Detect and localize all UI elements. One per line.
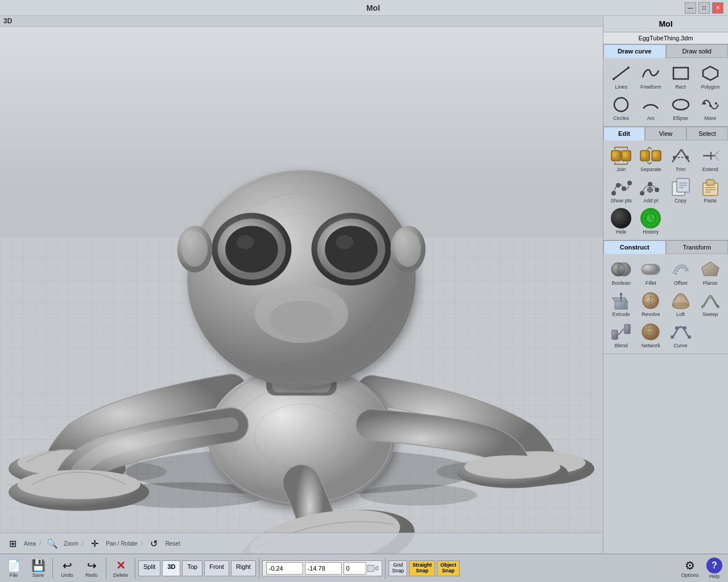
viewport-3d[interactable]: ⊞ Area / 🔍 Zoom / ✛ Pan / Rotate / ↺ Res… (0, 27, 603, 554)
fillet-icon (639, 259, 662, 280)
svg-rect-80 (706, 180, 714, 185)
view-right-button[interactable]: Right (231, 560, 256, 576)
svg-line-55 (672, 149, 681, 162)
tool-trim[interactable]: Trim (667, 144, 695, 174)
tab-transform[interactable]: Transform (666, 240, 729, 254)
pan-icon[interactable]: ✛ (86, 535, 102, 551)
blend-label: Blend (615, 343, 628, 348)
tool-history[interactable]: History (636, 206, 665, 236)
undo-button[interactable]: ↩ Undo (56, 558, 78, 579)
svg-point-37 (269, 301, 333, 338)
tool-join[interactable]: Join (607, 144, 635, 174)
tool-network[interactable]: Network (636, 320, 665, 350)
tool-show-pts[interactable]: Show pts (607, 175, 635, 205)
tool-circles[interactable]: Circles (607, 93, 635, 123)
tool-add-pt[interactable]: Add pt (636, 175, 665, 205)
tab-view[interactable]: View (645, 127, 686, 140)
revolve-label: Revolve (642, 311, 660, 317)
copy-icon (669, 177, 692, 197)
tool-blend[interactable]: Blend (607, 320, 635, 350)
tool-paste[interactable]: Paste (696, 175, 725, 205)
reset-icon[interactable]: ↺ (146, 535, 162, 551)
svg-point-30 (325, 226, 378, 272)
close-button[interactable]: ✕ (712, 2, 723, 14)
coord-d-button[interactable] (367, 565, 374, 572)
tool-rect[interactable]: Rect (667, 61, 695, 92)
help-button[interactable]: ? Help (703, 556, 726, 580)
draw-curve-tools: Lines Freeform (603, 58, 728, 126)
construct-tools: Boolean (603, 254, 728, 354)
view-front-button[interactable]: Front (204, 560, 229, 576)
zoom-icon[interactable]: 🔍 (44, 535, 60, 551)
grid-snap-button[interactable]: GridSnap (388, 560, 407, 576)
view-top-button[interactable]: Top (182, 560, 202, 576)
tool-separate[interactable]: Separate (636, 144, 665, 174)
redo-icon: ↪ (83, 559, 100, 572)
extrude-label: Extrude (613, 311, 630, 317)
tool-loft[interactable]: Loft (667, 289, 695, 319)
svg-rect-54 (652, 151, 661, 161)
tool-curve[interactable]: Curve (667, 320, 695, 350)
object-snap-button[interactable]: ObjectSnap (437, 560, 460, 576)
split-button[interactable]: Split (138, 560, 160, 576)
show-pts-label: Show pts (611, 198, 632, 203)
tool-ellipse[interactable]: Ellipse (667, 93, 695, 123)
svg-point-58 (673, 156, 676, 159)
straight-snap-button[interactable]: StraightSnap (409, 560, 435, 576)
tab-select[interactable]: Select (686, 127, 728, 140)
filename: EggTubeThing.3dm (603, 32, 728, 44)
tool-boolean[interactable]: Boolean (607, 257, 635, 288)
tool-extend[interactable]: Extend (696, 144, 725, 174)
tool-sweep[interactable]: Sweep (696, 289, 725, 319)
svg-rect-43 (673, 68, 688, 79)
divider-1 (52, 558, 53, 579)
coord-y-input[interactable] (305, 562, 342, 575)
more-icon (699, 94, 722, 115)
svg-point-67 (627, 181, 632, 185)
svg-marker-95 (619, 292, 623, 295)
view-3d-button[interactable]: 3D (162, 560, 180, 576)
divider-5 (385, 558, 386, 579)
tool-extrude[interactable]: Extrude (607, 289, 635, 319)
svg-point-70 (655, 188, 659, 192)
svg-line-61 (714, 151, 719, 156)
coord-x-input[interactable] (266, 562, 303, 575)
svg-rect-51 (622, 151, 631, 161)
blend-icon (610, 322, 632, 342)
save-button[interactable]: 💾 Save (27, 558, 49, 579)
extend-label: Extend (702, 167, 718, 172)
tab-draw-curve[interactable]: Draw curve (603, 44, 666, 58)
tab-construct[interactable]: Construct (603, 240, 666, 254)
tool-lines[interactable]: Lines (607, 61, 635, 92)
svg-point-48 (709, 105, 712, 107)
tool-fillet[interactable]: Fillet (636, 257, 665, 288)
tool-arc[interactable]: Arc (636, 93, 665, 123)
svg-point-41 (613, 78, 615, 80)
freeform-icon (639, 63, 662, 84)
tab-edit[interactable]: Edit (603, 127, 645, 140)
tool-more[interactable]: More (696, 93, 725, 123)
tool-freeform[interactable]: Freeform (636, 61, 665, 92)
area-icon[interactable]: ⊞ (5, 535, 20, 551)
svg-point-59 (685, 156, 689, 159)
options-button[interactable]: ⚙ Options (679, 558, 701, 579)
polygon-label: Polygon (701, 84, 720, 90)
freeform-label: Freeform (640, 84, 661, 90)
maximize-button[interactable]: □ (698, 2, 710, 14)
tab-draw-solid[interactable]: Draw solid (666, 44, 729, 58)
tool-revolve[interactable]: Revolve (636, 289, 665, 319)
file-button[interactable]: 📄 File (2, 558, 25, 579)
redo-button[interactable]: ↪ Redo (80, 558, 103, 579)
coord-d-label: d (375, 565, 379, 571)
arc-label: Arc (647, 115, 655, 121)
tool-planar[interactable]: Planar (696, 257, 725, 288)
viewport-bottom-toolbar: ⊞ Area / 🔍 Zoom / ✛ Pan / Rotate / ↺ Res… (0, 533, 603, 554)
options-icon: ⚙ (681, 559, 698, 572)
coord-z-input[interactable] (344, 562, 366, 575)
tool-hide[interactable]: Hide (607, 206, 635, 236)
tool-offset[interactable]: Offset (667, 257, 695, 288)
tool-polygon[interactable]: Polygon (696, 61, 725, 92)
delete-button[interactable]: ✕ Delete (109, 558, 132, 579)
minimize-button[interactable]: — (685, 2, 696, 14)
tool-copy[interactable]: Copy (667, 175, 695, 205)
